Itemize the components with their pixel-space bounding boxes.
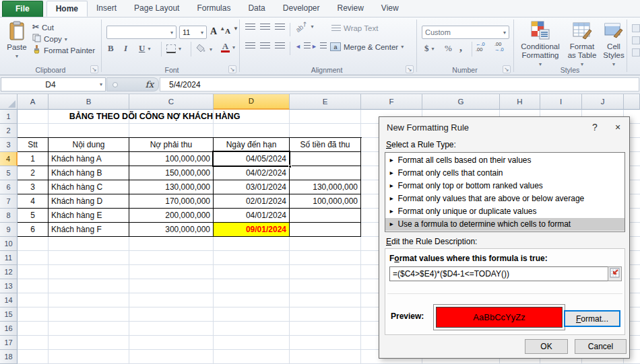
decrease-indent-button[interactable]: ◄ [295,42,311,50]
cell-A9[interactable]: 6 [18,223,49,237]
formula-bar-input[interactable]: 5/4/2024 [160,77,639,92]
row-header-13[interactable]: 13 [0,279,18,293]
cell-E5[interactable] [290,166,361,180]
paste-button[interactable]: Paste ▾ [4,21,30,61]
tab-formulas[interactable]: Formulas [188,1,239,17]
column-header-A[interactable]: A [18,94,49,110]
cell-C9[interactable]: 300,000,000 [129,223,214,237]
tab-data[interactable]: Data [239,1,274,17]
tab-home[interactable]: Home [46,1,88,17]
copy-button[interactable]: Copy ▾ [32,34,67,44]
row-header-8[interactable]: 8 [0,209,18,223]
cell-E8[interactable] [290,209,361,223]
bold-button[interactable]: B [108,43,114,54]
number-dialog-launcher[interactable]: ↘ [503,65,511,73]
cell-B8[interactable]: Khách hàng E [49,209,129,223]
align-right-button[interactable] [275,42,285,50]
cell-C8[interactable]: 200,000,000 [129,209,214,223]
close-icon[interactable]: × [606,118,629,136]
column-header-G[interactable]: G [422,94,500,110]
increase-indent-button[interactable]: ► [311,42,327,50]
clipboard-dialog-launcher[interactable]: ↘ [90,65,98,73]
cell-E7[interactable]: 100,000,000 [290,194,361,209]
range-picker-button[interactable] [608,266,622,281]
tab-view[interactable]: View [373,1,408,17]
row-header-18[interactable]: 18 [0,350,18,364]
row-header-5[interactable]: 5 [0,166,18,180]
tab-developer[interactable]: Developer [274,1,329,17]
font-color-button[interactable]: A ▾ [221,42,235,52]
cell-B6[interactable]: Khách hàng C [49,180,129,194]
cell-A8[interactable]: 5 [18,209,49,223]
cell-styles-button[interactable]: Cell Styles ▾ [601,20,627,69]
column-header-J[interactable]: J [582,94,624,110]
cell-B7[interactable]: Khách hàng D [49,194,129,209]
tab-page-layout[interactable]: Page Layout [125,1,188,17]
cell-E9[interactable] [290,223,361,237]
cell-C4[interactable]: 100,000,000 [129,152,214,166]
column-header-E[interactable]: E [290,94,361,110]
rule-type-option-6[interactable]: ►Use a formula to determine which cells … [385,218,625,231]
cell-B5[interactable]: Khách hàng B [49,166,129,180]
wrap-text-button[interactable]: Wrap Text [331,24,378,32]
formula-input[interactable]: =($C4>$E4)*($D4-1<=TODAY()) [389,266,610,281]
grow-font-button[interactable]: A▲ [210,26,225,37]
row-header-2[interactable]: 2 [0,124,18,138]
format-as-table-button[interactable]: Format as Table ▾ [566,20,598,69]
cell-E4[interactable] [290,152,361,166]
row-header-15[interactable]: 15 [0,307,18,322]
row-header-17[interactable]: 17 [0,336,18,350]
alignment-dialog-launcher[interactable]: ↘ [406,65,414,73]
cell-D7[interactable]: 02/01/2024 [214,194,290,209]
align-center-button[interactable] [260,42,270,50]
cell-C6[interactable]: 130,000,000 [129,180,214,194]
name-box[interactable]: D4 ▾ [1,77,106,92]
insert-function-icon[interactable]: fx [146,79,154,89]
help-icon[interactable]: ? [583,118,606,136]
row-header-6[interactable]: 6 [0,180,18,194]
column-header-H[interactable]: H [500,94,540,110]
rule-type-option-3[interactable]: ►Format only top or bottom ranked values [385,180,625,192]
rule-type-option-1[interactable]: ►Format all cells based on their values [385,154,625,167]
rule-type-option-2[interactable]: ►Format only cells that contain [385,167,625,180]
column-header-F[interactable]: F [361,94,422,110]
format-painter-button[interactable]: Format Painter [32,45,95,56]
header-cell-Số tiền đã thu[interactable]: Số tiền đã thu [290,138,361,152]
increase-decimal-button[interactable]: ←.0.00 [476,42,485,52]
cell-A5[interactable]: 2 [18,166,49,180]
cell-B9[interactable]: Khách hàng F [49,223,129,237]
row-header-3[interactable]: 3 [0,138,18,152]
row-header-14[interactable]: 14 [0,293,18,307]
row-header-16[interactable]: 16 [0,322,18,336]
align-middle-button[interactable] [260,24,270,31]
cell-D4[interactable]: 04/05/2024 [214,152,290,166]
italic-button[interactable]: I [124,43,127,54]
underline-button[interactable]: U▾ [139,43,150,54]
cell-B4[interactable]: Khách hàng A [49,152,129,166]
number-format-combo[interactable]: Custom▾ [422,26,509,39]
row-header-4[interactable]: 4 [0,152,18,166]
row-header-9[interactable]: 9 [0,223,18,237]
cell-C5[interactable]: 150,000,000 [129,166,214,180]
rule-type-option-4[interactable]: ►Format only values that are above or be… [385,192,625,205]
cell-A7[interactable]: 4 [18,194,49,209]
cell-D5[interactable]: 04/02/2024 [214,166,290,180]
row-header-7[interactable]: 7 [0,194,18,209]
ok-button[interactable]: OK [525,339,568,354]
header-cell-Stt[interactable]: Stt [18,138,49,152]
tab-review[interactable]: Review [329,1,373,17]
font-name-combo[interactable]: ▾ [106,26,177,39]
percent-style-button[interactable]: % [445,43,452,54]
conditional-formatting-button[interactable]: Conditional Formatting ▾ [517,20,563,69]
cell-A6[interactable]: 3 [18,180,49,194]
header-cell-Nợ phải thu[interactable]: Nợ phải thu [129,138,214,152]
comma-style-button[interactable]: , [459,42,462,54]
header-cell-Ngày đến hạn[interactable]: Ngày đến hạn [214,138,290,152]
row-header-10[interactable]: 10 [0,237,18,251]
column-header-I[interactable]: I [540,94,582,110]
shrink-font-button[interactable]: A▼ [225,27,238,35]
paste-dropdown-icon[interactable]: ▾ [15,52,18,61]
cell-D8[interactable]: 04/01/2024 [214,209,290,223]
font-size-combo[interactable]: 11▾ [179,26,207,39]
align-top-button[interactable] [245,24,255,31]
